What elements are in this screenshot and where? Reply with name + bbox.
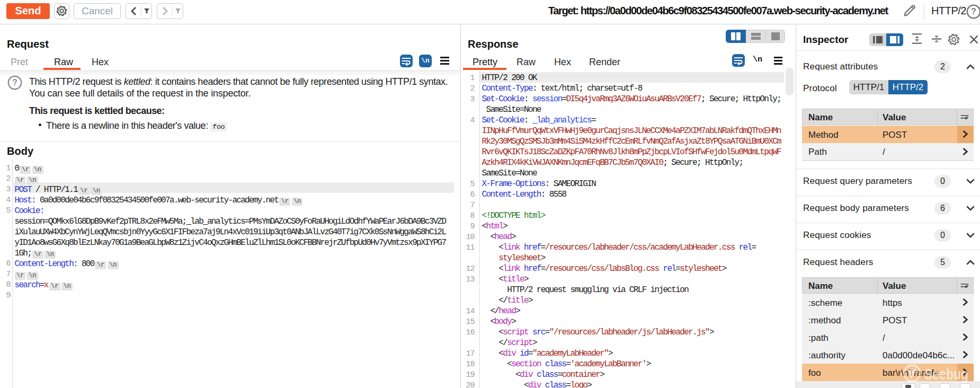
svg-text:Seebug: Seebug: [924, 365, 968, 383]
svg-text:?: ?: [12, 78, 17, 87]
svg-text:?: ?: [971, 7, 976, 16]
